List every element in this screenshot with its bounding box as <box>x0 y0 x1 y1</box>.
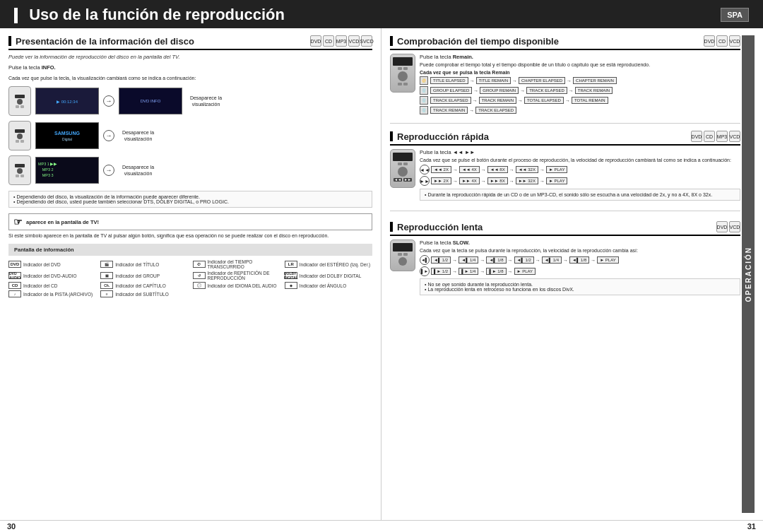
ind-title: 🎬 Indicador del TÍTULO <box>100 259 188 269</box>
lr-ind-icon: LR <box>285 261 297 268</box>
right-section1-title: Comprobación del tiempo disponible <box>397 36 704 47</box>
r2-mp3-icon: MP3 <box>716 131 728 142</box>
dev-btn1 <box>398 67 402 70</box>
fast-btn-row2: ◄◄ ►► <box>394 178 412 182</box>
screen-samsung: SAMSUNG Digital <box>35 122 99 149</box>
dvd-audio-ind-icon: DVDAUDIO <box>8 272 21 279</box>
pulse-desc: Cada vez que pulse la tecla, la visualiz… <box>8 76 372 81</box>
page-header: Uso de la función de reproducción SPA <box>0 0 763 28</box>
subtitle-ind-icon: ≡ <box>100 290 113 297</box>
remain-desc1: Puede comprobar el tiempo total y el tie… <box>420 62 740 67</box>
screen2: DVD INFO <box>119 88 182 114</box>
ind-dvd-audio: DVDAUDIO Indicador del DVD-AUDIO <box>8 271 96 280</box>
chapter-ind-icon: Ch. <box>100 282 113 289</box>
slow-note1: • No se oye sonido durante la reproducci… <box>425 282 735 287</box>
operacion-sidebar: OPERACIÓN <box>742 35 755 513</box>
fast-dev-screen <box>393 153 413 161</box>
chain-icon-4: 💿 <box>420 106 428 114</box>
fast-btn1 <box>398 162 402 165</box>
r2-vcd-icon: VCD <box>729 131 740 142</box>
chain-header: Cada vez que se pulsa la tecla Remain <box>420 70 740 75</box>
page-numbers: 30 31 <box>0 520 763 532</box>
step-row-1: ▶ 00:12:34 → DVD INFO Desaparece la visu… <box>8 86 372 116</box>
remain-remote <box>390 54 415 93</box>
reverse-chain: ◄◄ 2X → ◄◄ 4X → ◄◄ 8X → ◄◄ 32X → ► PLAY <box>431 166 567 173</box>
lang-ind-icon: 💬 <box>193 282 206 289</box>
hand-icon: ☞ <box>13 216 23 227</box>
page-number-right: 31 <box>747 522 756 531</box>
left-column: Presentación de la información del disco… <box>0 28 382 520</box>
steps-area: Pulse la tecla INFO. Cada vez que pulse … <box>8 64 372 185</box>
chain-3: TRACK ELAPSED → TRACK REMAIN → TOTAL ELA… <box>430 97 608 104</box>
group-ind-icon: ▣ <box>100 272 113 279</box>
step-row-2: SAMSUNG Digital → Desaparece la visualiz… <box>8 121 372 150</box>
info-instruction: Pulse la tecla INFO. <box>8 64 372 71</box>
ind-subtitle: ≡ Indicador del SUBTÍTULO <box>100 290 188 297</box>
cd-icon: CD <box>323 35 334 47</box>
chains-container: 📀 TITLE ELAPSED → TITLE REMAIN → CHAPTER… <box>420 76 740 114</box>
slow-content: Pulse la tecla SLOW. Cada vez que la tec… <box>420 240 740 298</box>
ind-time: ⏱ Indicador del TIEMPO TRANSCURRIDO <box>193 259 280 269</box>
dolby-ind-icon: DOLBYDIGITAL <box>285 272 297 279</box>
section1-header: Presentación de la información del disco… <box>8 35 372 50</box>
fast-keys: ◄◄ ►► <box>453 149 475 155</box>
vcd-icon: VCD <box>348 35 360 47</box>
chain-row-3: 💿 TRACK ELAPSED → TRACK REMAIN → TOTAL E… <box>420 96 740 105</box>
remain-layout: Pulse la tecla Remain. Puede comprobar e… <box>390 54 740 116</box>
subtitle: Puede ver la información de reproducción… <box>8 54 372 60</box>
slow-btn2 <box>403 253 408 256</box>
fast-dev-nav <box>398 167 408 177</box>
divider1 <box>390 123 740 124</box>
right-section1-icons: DVD CD VCD <box>704 35 740 47</box>
fast-desc: Cada vez que se pulse el botón durante e… <box>420 158 740 162</box>
desaparece-3: Desaparece la visualización <box>119 164 158 177</box>
dev-nav <box>398 71 408 81</box>
info-key: INFO. <box>42 64 56 71</box>
desaparece-2: Desaparece la visualización <box>119 129 158 142</box>
warning-desc: Si este símbolo aparece en la pantalla d… <box>8 233 372 238</box>
r1-cd-icon: CD <box>716 35 728 47</box>
track-ind-icon: ♪ <box>8 290 21 297</box>
chain-icon-3: 💿 <box>420 96 428 105</box>
fast-content: Pulse la tecla ◄◄ ►► Cada vez que se pul… <box>420 149 740 203</box>
note1: • Dependiendo del disco, la visualizació… <box>13 194 367 199</box>
chain-2: GROUP ELAPSED → GROUP REMAIN → TRACK ELA… <box>430 87 613 94</box>
right-section3-icons: DVD VCD <box>716 221 740 232</box>
right-column: Comprobación del tiempo disponible DVD C… <box>382 28 763 520</box>
remote-mini-2 <box>8 121 31 150</box>
rew-btn: ◄◄ <box>394 178 402 182</box>
forward-chain-row: ►► ►► 2X → ►► 4X → ►► 8X → ►► 32X <box>420 176 740 186</box>
right-sections: Comprobación del tiempo disponible DVD C… <box>390 35 755 513</box>
slow-chain2: ▌► 1/2 → ▌► 1/4 → ▌► 1/8 → ► PLAY <box>431 268 536 275</box>
right-section2-header: Reproducción rápida DVD CD MP3 VCD <box>390 131 740 146</box>
chain-icon-2: 💿 <box>420 86 428 95</box>
screen-menu: MP3 1 ▶▶ MP3 2 MP3 3 <box>35 157 99 184</box>
arrow3: → <box>103 165 114 176</box>
chain-row-1: 📀 TITLE ELAPSED → TITLE REMAIN → CHAPTER… <box>420 76 740 85</box>
chain-1: TITLE ELAPSED → TITLE REMAIN → CHAPTER E… <box>430 77 617 84</box>
section-bar-r1 <box>390 36 393 46</box>
ind-lang: 💬 Indicador del IDIOMA DEL AUDIO <box>193 282 280 289</box>
reverse-chain-row: ◄◄ ◄◄ 2X → ◄◄ 4X → ◄◄ 8X → ◄◄ 32X <box>420 165 740 175</box>
ind-chapter: Ch. Indicador del CAPÍTULO <box>100 282 188 289</box>
slow-btn1 <box>398 253 402 256</box>
r3-dvd-icon: DVD <box>716 221 728 232</box>
slow-chain1: ◄▌ 1/2 → ◄▌ 1/4 → ◄▌ 1/8 → ◄▌ 1/2 → ◄▌ 1 <box>431 256 619 264</box>
section1-icons: DVD CD MP3 VCD SVCD <box>310 35 372 47</box>
slow-pulse: Pulse la tecla SLOW. <box>420 240 740 246</box>
section-bar <box>8 36 11 46</box>
remain-content: Pulse la tecla Remain. Puede comprobar e… <box>420 54 740 116</box>
r2-cd-icon: CD <box>704 131 715 142</box>
section1-title: Presentación de la información del disco <box>16 36 310 47</box>
ind-group: ▣ Indicador del GROUP <box>100 271 188 280</box>
remote-mini-3 <box>8 155 31 185</box>
slow-circle1: ◄▌ <box>420 255 430 265</box>
right-section3-title: Reproducción lenta <box>397 222 716 232</box>
ind-dvd: DVD Indicador del DVD <box>8 259 96 269</box>
fast-btn-row1 <box>398 162 408 165</box>
operacion-label: OPERACIÓN <box>745 247 752 302</box>
warning-box: ☞ aparece en la pantalla de TV! <box>8 213 372 230</box>
title-ind-icon: 🎬 <box>100 261 113 268</box>
right-section1-header: Comprobación del tiempo disponible DVD C… <box>390 35 740 50</box>
right-section2-title: Reproducción rápida <box>397 131 691 142</box>
